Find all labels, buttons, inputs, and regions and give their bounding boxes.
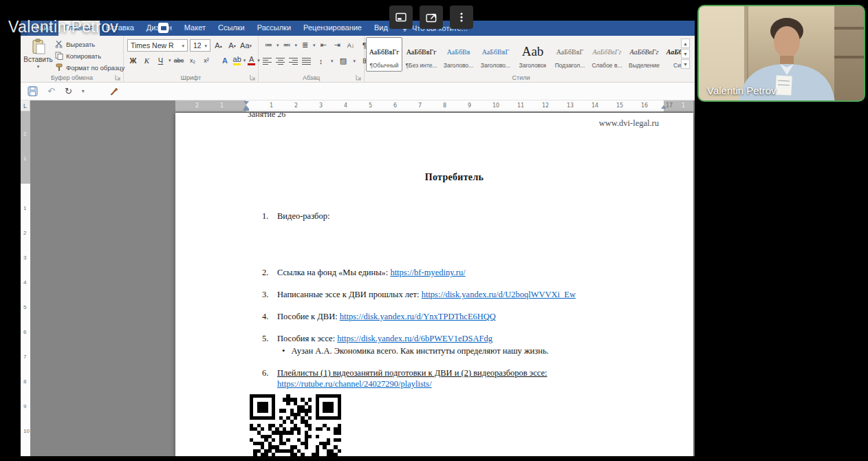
shrink-font-button[interactable]: А▾ (226, 40, 238, 52)
gallery-up-button[interactable]: ▲ (681, 39, 690, 48)
paste-button[interactable]: Вставить ▾ (23, 39, 54, 74)
bold-button[interactable]: Ж (127, 54, 139, 66)
outdent-icon[interactable]: ⇤ (318, 39, 329, 51)
align-center-icon[interactable] (276, 58, 285, 65)
align-left-icon[interactable] (263, 58, 272, 65)
sort-icon[interactable]: А↓ (345, 39, 357, 51)
list-item: 1.Видео-разбор: (262, 211, 662, 222)
list-number: 3. (262, 289, 277, 300)
highlight-button[interactable]: ab (233, 56, 241, 65)
qat-customize-icon[interactable]: ▾ (82, 88, 85, 94)
styles-group-label: Стили (365, 74, 677, 81)
paste-label: Вставить (23, 56, 52, 63)
style-sample: АаБбВвГг (593, 41, 622, 62)
style-item[interactable]: АаБбВвГгВыделение (626, 37, 662, 72)
ruler-tab-selector[interactable]: L (21, 100, 30, 111)
align-right-icon[interactable] (289, 58, 298, 65)
save-icon[interactable] (28, 86, 38, 96)
style-sample: АаБбВвГг (369, 41, 400, 62)
paragraph-group: ≔▾ ≕▾ ≣▾ ⇤ ⇥ А↓ ¶ ↕▾ ▨▾ ⊞▾ Абза (259, 36, 365, 82)
list-text: Пособия к эссе: (277, 334, 337, 343)
style-item[interactable]: АаБбВвГгСлабое в... (589, 37, 625, 72)
font-group: Times New R▾ 12▾ А▴ А▾ Аа▾ Ж К Ч▾ abc х₂… (124, 36, 259, 82)
share-screen-button[interactable] (420, 6, 443, 29)
list-text: Пособие к ДВИ: (277, 312, 340, 321)
tab-Ссылки[interactable]: Ссылки (212, 21, 251, 36)
justify-icon[interactable] (302, 58, 311, 65)
line-spacing-icon[interactable]: ↕ (315, 55, 327, 67)
underline-button[interactable]: Ч (155, 54, 166, 66)
font-group-label: Шрифт (124, 74, 258, 81)
gallery-more-button[interactable]: ▼ (681, 59, 690, 69)
vertical-ruler[interactable]: 1234567891012 (21, 100, 30, 456)
clipboard-icon (32, 39, 45, 55)
styles-gallery-scroll: ▲ ▼ ▼ (681, 39, 690, 69)
styles-group: АаБбВвГг¶ОбычныйАаБбВвГг¶Без инте...АаБб… (365, 36, 691, 82)
font-name-value: Times New R (131, 41, 174, 50)
indent-icon[interactable]: ⇥ (332, 39, 343, 51)
font-dialog-launcher[interactable] (250, 74, 256, 81)
screen: ФайлГлавнаяВставкаДизайнМакетСсылкиРассы… (0, 0, 868, 461)
list-item: 3.Написанные эссе к ДВИ прошлых лет: htt… (262, 289, 662, 300)
cut-button[interactable]: Вырезать (55, 39, 124, 49)
first-line-indent-marker[interactable] (243, 101, 249, 105)
layout-button[interactable] (389, 6, 413, 29)
list-text: Плейлисты (1) видеозанятий подготовки к … (277, 368, 547, 378)
copy-label: Копировать (66, 52, 101, 60)
style-item[interactable]: АаБбВвГгСил... (663, 37, 681, 72)
clipboard-dialog-launcher[interactable] (115, 74, 121, 81)
list-item: 5.Пособия к эссе: https://disk.yandex.ru… (262, 333, 662, 356)
grow-font-button[interactable]: А▴ (213, 40, 224, 52)
document-hyperlink[interactable]: https://rutube.ru/channel/24027290/playl… (277, 379, 432, 389)
bullet-list-icon[interactable]: ≔ (263, 39, 274, 51)
tab-Макет[interactable]: Макет (178, 21, 212, 36)
paragraph-dialog-launcher[interactable] (356, 74, 362, 81)
vertical-ruler-band (21, 184, 30, 456)
tab-Рецензирование[interactable]: Рецензирование (297, 21, 368, 36)
tab-Рассылки[interactable]: Рассылки (251, 21, 297, 36)
superscript-button[interactable]: х² (201, 54, 213, 66)
document-area: L 1234567891012 123456789101112131415161… (21, 100, 695, 456)
meeting-controls (389, 6, 473, 29)
layout-icon (395, 11, 407, 23)
style-item[interactable]: АаБбВвГг¶Обычный (366, 37, 402, 72)
horizontal-ruler[interactable]: 1234567891011121314151617121 (175, 100, 693, 111)
shading-icon[interactable]: ▨ (338, 55, 349, 67)
style-item[interactable]: АabЗаголовок (514, 37, 551, 72)
numbered-list-icon[interactable]: ≕ (281, 39, 293, 51)
sub-bullet-item: •Аузан А.А. Экономика всего. Как институ… (282, 345, 662, 356)
brush-icon[interactable] (109, 87, 119, 96)
webcam-overlay[interactable]: Valentin Petrov (697, 5, 865, 102)
document-hyperlink[interactable]: https://disk.yandex.ru/d/U2boqlWVVXi_Ew (422, 290, 576, 299)
more-options-button[interactable] (450, 6, 473, 29)
font-size-combo[interactable]: 12▾ (190, 39, 210, 52)
copy-icon (55, 52, 63, 60)
underline-options[interactable]: ▾ (169, 58, 171, 63)
highlight-options[interactable]: ▾ (243, 58, 246, 63)
text-effects-button[interactable]: А (219, 54, 231, 66)
subscript-button[interactable]: х₂ (187, 54, 199, 66)
style-item[interactable]: АаБбВвГг¶Без инте... (403, 37, 440, 72)
change-case-button[interactable]: Аа▾ (240, 40, 252, 52)
format-painter-button[interactable]: Формат по образцу (55, 63, 124, 72)
document-hyperlink[interactable]: https://disk.yandex.ru/d/6bPWEV1eDSAFdg (337, 334, 492, 343)
undo-icon[interactable]: ↶ (47, 86, 55, 96)
style-item[interactable]: АаБбВвГЗаголово... (477, 37, 514, 72)
copy-button[interactable]: Копировать (55, 51, 124, 61)
gallery-down-button[interactable]: ▼ (681, 49, 690, 58)
left-indent-marker[interactable] (243, 109, 249, 111)
right-indent-marker[interactable] (661, 105, 666, 109)
multilevel-list-icon[interactable]: ≣ (299, 39, 311, 51)
font-color-button[interactable]: А (248, 56, 255, 65)
redo-icon[interactable]: ↻ (65, 86, 72, 96)
doc-list: 1.Видео-разбор:2.Ссылка на фонд «Мы един… (262, 211, 662, 389)
italic-button[interactable]: К (141, 54, 153, 66)
style-item[interactable]: АаБбВвГПодзагол... (552, 37, 588, 72)
style-label: Сил... (673, 62, 681, 71)
document-hyperlink[interactable]: https://disk.yandex.ru/d/YnxTPDThcE6HQQ (340, 312, 496, 321)
font-name-combo[interactable]: Times New R▾ (127, 39, 188, 52)
document-page[interactable]: Занятие 26 www.dvi-legal.ru Потребитель … (175, 113, 693, 456)
style-item[interactable]: АаБбВвЗаголово... (440, 37, 477, 72)
document-hyperlink[interactable]: https://bf-myediny.ru/ (390, 268, 465, 277)
strikethrough-button[interactable]: abc (173, 54, 185, 66)
